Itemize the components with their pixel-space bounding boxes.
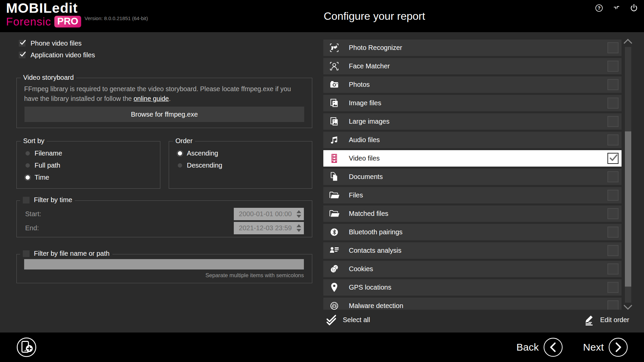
logo-pro-badge: PRO xyxy=(54,16,82,27)
spinner-down-icon[interactable] xyxy=(297,215,301,218)
item-checkbox[interactable] xyxy=(607,227,619,238)
logo-forensic: Forensic xyxy=(6,16,51,27)
radio-row-descending[interactable]: Descending xyxy=(178,162,222,169)
photo-recognizer-icon xyxy=(328,42,340,54)
list-item-matched-files[interactable]: Matched files xyxy=(323,205,622,222)
list-item-gps-locations[interactable]: GPS locations xyxy=(323,279,622,296)
start-datetime-value: 2000-01-01 00:00 xyxy=(239,208,292,220)
semicolon-hint: Separate multiple items with semicolons xyxy=(206,272,304,279)
filter-by-name-checkbox[interactable] xyxy=(23,250,30,257)
scrollbar-thumb[interactable] xyxy=(625,131,631,287)
radio-full-path[interactable] xyxy=(25,163,30,168)
chevron-down-icon[interactable] xyxy=(622,304,634,311)
list-item-malware-detection[interactable]: Malware detection xyxy=(323,298,622,310)
chevron-up-icon[interactable] xyxy=(622,38,634,45)
list-item-video-files[interactable]: Video files xyxy=(323,150,622,167)
list-item-label: Photos xyxy=(349,76,370,93)
face-matcher-icon xyxy=(328,60,340,72)
list-item-photos[interactable]: Photos xyxy=(323,76,622,93)
item-checkbox[interactable] xyxy=(607,98,619,109)
spinner-down-icon[interactable] xyxy=(297,229,301,232)
filter-by-name-label: Filter by file name or path xyxy=(34,250,110,257)
cookies-icon xyxy=(328,263,340,275)
radio-descending[interactable] xyxy=(178,163,182,168)
item-checkbox[interactable] xyxy=(607,208,619,219)
list-item-cookies[interactable]: Cookies xyxy=(323,261,622,277)
filter-name-input[interactable] xyxy=(24,259,304,269)
list-item-label: Video files xyxy=(349,150,380,167)
spinner-up-icon[interactable] xyxy=(297,224,301,227)
next-button[interactable] xyxy=(608,338,628,357)
item-checkbox[interactable] xyxy=(607,79,619,90)
page-title: Configure your report xyxy=(324,10,425,22)
list-item-label: Audio files xyxy=(349,132,380,148)
list-item-label: Matched files xyxy=(349,205,388,222)
checkbox-row-phone-video-files[interactable]: Phone video files xyxy=(19,40,95,47)
item-checkbox[interactable] xyxy=(607,245,619,256)
radio-filename[interactable] xyxy=(25,151,30,156)
list-item-label: Malware detection xyxy=(349,298,403,310)
header-bar: MOBILedit Forensic PRO Version: 8.0.0.21… xyxy=(0,0,644,32)
window-controls xyxy=(594,3,639,13)
radio-ascending[interactable] xyxy=(178,151,182,156)
list-item-contacts-analysis[interactable]: Contacts analysis xyxy=(323,242,622,259)
list-scrollbar[interactable] xyxy=(622,38,634,312)
radio-row-full-path[interactable]: Full path xyxy=(25,162,62,169)
list-item-files[interactable]: Files xyxy=(323,187,622,203)
edit-order-button[interactable]: Edit order xyxy=(583,314,629,326)
filter-by-time-checkbox[interactable] xyxy=(23,197,30,203)
item-checkbox[interactable] xyxy=(607,282,619,293)
back-label: Back xyxy=(517,342,539,353)
item-checkbox[interactable] xyxy=(607,263,619,275)
start-datetime-field[interactable]: 2000-01-01 00:00 xyxy=(234,208,304,220)
browse-ffmpeg-button[interactable]: Browse for ffmpeg.exe xyxy=(24,107,304,122)
list-item-audio-files[interactable]: Audio files xyxy=(323,132,622,148)
radio-row-time[interactable]: Time xyxy=(25,174,62,181)
snap-window-icon[interactable] xyxy=(611,3,622,13)
list-item-bluetooth-pairings[interactable]: Bluetooth pairings xyxy=(323,224,622,240)
application-video-files-label: Application video files xyxy=(31,51,95,59)
select-all-button[interactable]: Select all xyxy=(325,314,370,326)
radio-time[interactable] xyxy=(25,175,30,180)
list-item-documents[interactable]: Documents xyxy=(323,169,622,185)
radio-row-ascending[interactable]: Ascending xyxy=(178,149,222,157)
footer-bar: Back Next xyxy=(0,333,644,362)
sort-by-group: Sort by FilenameFull pathTime xyxy=(16,141,160,189)
item-checkbox[interactable] xyxy=(607,42,619,53)
end-spinner[interactable] xyxy=(295,222,303,234)
help-icon[interactable] xyxy=(594,3,604,13)
list-item-photo-recognizer[interactable]: Photo Recognizer xyxy=(323,40,622,56)
list-item-large-images[interactable]: Large images xyxy=(323,113,622,130)
list-item-image-files[interactable]: Image files xyxy=(323,95,622,111)
online-guide-link[interactable]: online guide xyxy=(133,95,169,102)
checkbox-row-application-video-files[interactable]: Application video files xyxy=(19,51,95,59)
item-checkbox[interactable] xyxy=(607,61,619,72)
add-phone-icon[interactable] xyxy=(16,337,37,358)
list-item-label: Large images xyxy=(349,113,389,130)
item-checkbox[interactable] xyxy=(607,171,619,182)
start-spinner[interactable] xyxy=(295,208,303,220)
item-checkbox[interactable] xyxy=(607,153,619,164)
list-actions-bar: Select all Edit order xyxy=(323,314,631,330)
list-item-face-matcher[interactable]: Face Matcher xyxy=(323,58,622,74)
contacts-analysis-icon xyxy=(328,245,340,256)
photos-icon xyxy=(328,79,340,90)
filter-by-name-toggle[interactable]: Filter by file name or path xyxy=(20,250,112,257)
gps-locations-icon xyxy=(328,282,340,293)
power-icon[interactable] xyxy=(629,3,639,13)
end-datetime-field[interactable]: 2021-12-03 23:59 xyxy=(234,222,304,234)
item-checkbox[interactable] xyxy=(607,116,619,127)
spinner-up-icon[interactable] xyxy=(297,210,301,213)
item-checkbox[interactable] xyxy=(607,190,619,201)
application-video-files-checkbox[interactable] xyxy=(19,52,25,58)
video-storyboard-legend: Video storyboard xyxy=(21,74,76,81)
item-checkbox[interactable] xyxy=(607,134,619,145)
phone-video-files-checkbox[interactable] xyxy=(19,40,25,47)
end-datetime-value: 2021-12-03 23:59 xyxy=(239,222,292,234)
back-button[interactable] xyxy=(543,338,563,357)
version-text: Version: 8.0.0.21851 (64-bit) xyxy=(85,15,148,21)
radio-row-filename[interactable]: Filename xyxy=(25,149,62,157)
item-checkbox[interactable] xyxy=(607,300,619,310)
descending-label: Descending xyxy=(187,162,222,169)
filter-by-time-toggle[interactable]: Filter by time xyxy=(20,196,75,204)
